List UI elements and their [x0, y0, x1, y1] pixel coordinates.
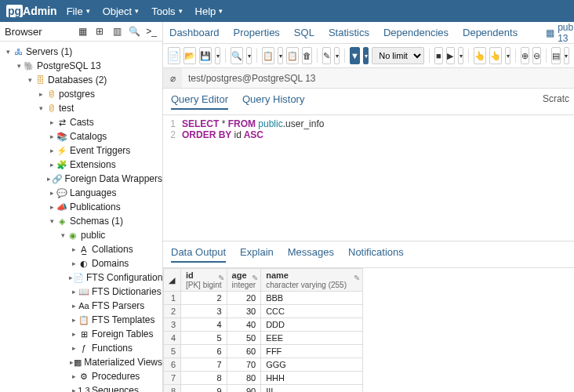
cell-age[interactable]: 30 [227, 305, 261, 318]
scratch-pad-label[interactable]: Scratc [543, 93, 569, 104]
table-row[interactable]: 4550EEE [164, 332, 363, 345]
find-button[interactable]: 🔍 [231, 47, 243, 64]
tab-dependents[interactable]: Dependents [463, 27, 518, 38]
commit-button[interactable]: ⊕ [521, 47, 529, 64]
cell-name[interactable]: CCC [261, 305, 363, 318]
cell-id[interactable]: 6 [181, 345, 227, 358]
tab-explain[interactable]: Explain [240, 246, 274, 263]
filter-dropdown[interactable]: ▾ [363, 47, 369, 64]
tab-dependencies[interactable]: Dependencies [383, 27, 449, 38]
tab-query-history[interactable]: Query History [242, 93, 304, 110]
cell-id[interactable]: 3 [181, 305, 227, 318]
table-row[interactable]: 3440DDD [164, 318, 363, 332]
cell-id[interactable]: 7 [181, 358, 227, 372]
pencil-icon[interactable]: ✎ [252, 274, 258, 282]
table-row[interactable]: 5660FFF [164, 345, 363, 358]
menu-object[interactable]: Object [103, 5, 140, 17]
row-number[interactable]: 4 [164, 332, 181, 345]
cell-name[interactable]: EEE [261, 332, 363, 345]
table-row[interactable]: 2330CCC [164, 305, 363, 318]
tab-properties[interactable]: Properties [234, 27, 280, 38]
tree-catalogs[interactable]: ▸📚Catalogs [0, 129, 162, 143]
cell-age[interactable]: 80 [227, 372, 261, 385]
macros-button[interactable]: ▤ [551, 47, 561, 64]
tree-foreign-tables[interactable]: ▸⊞Foreign Tables [0, 327, 162, 341]
tree-event-triggers[interactable]: ▸⚡Event Triggers [0, 143, 162, 158]
find-dropdown[interactable]: ▾ [246, 47, 252, 64]
tree-fts-templates[interactable]: ▸📋FTS Templates [0, 313, 162, 327]
macros-dropdown[interactable]: ▾ [564, 47, 569, 64]
col-header-age[interactable]: ageinteger✎ [227, 269, 261, 292]
cell-name[interactable]: FFF [261, 345, 363, 358]
tab-notifications[interactable]: Notifications [348, 246, 404, 263]
tree-sequences[interactable]: ▸1.3Sequences [0, 383, 162, 392]
tree-publications[interactable]: ▸📣Publications [0, 200, 162, 214]
tree-pg13[interactable]: ▾🐘PostgreSQL 13 [0, 59, 162, 73]
cell-age[interactable]: 70 [227, 358, 261, 372]
tree-fdw[interactable]: ▸🔗Foreign Data Wrappers [0, 172, 162, 186]
cell-age[interactable]: 90 [227, 385, 261, 393]
tree-casts[interactable]: ▸⇄Casts [0, 115, 162, 129]
browser-tool-sql-icon[interactable]: ⊞ [93, 25, 106, 38]
row-number[interactable]: 8 [164, 385, 181, 393]
filter-button[interactable]: ▼ [350, 47, 360, 64]
edit-button[interactable]: ✎ [322, 47, 331, 64]
cell-age[interactable]: 50 [227, 332, 261, 345]
tree-fts-dict[interactable]: ▸📖FTS Dictionaries [0, 285, 162, 299]
browser-tool-terminal-icon[interactable]: >_ [145, 25, 158, 38]
stop-button[interactable]: ■ [434, 47, 443, 64]
copy-dropdown[interactable]: ▾ [278, 47, 283, 64]
open-folder-button[interactable]: 📂 [183, 47, 196, 64]
browser-tool-properties-icon[interactable]: ▦ [76, 25, 89, 38]
cell-name[interactable]: DDD [261, 318, 363, 332]
open-file-button[interactable]: 📄 [168, 47, 180, 64]
tree-fts-conf[interactable]: ▸📄FTS Configurations [0, 270, 162, 285]
cell-name[interactable]: GGG [261, 358, 363, 372]
table-row[interactable]: 6770GGG [164, 358, 363, 372]
cell-id[interactable]: 2 [181, 292, 227, 305]
row-header-corner[interactable]: ◢ [164, 269, 181, 292]
cell-id[interactable]: 5 [181, 332, 227, 345]
result-grid[interactable]: ◢ id[PK] bigint✎ ageinteger✎ namecharact… [163, 268, 574, 392]
explain-analyze-button[interactable]: 👆 [489, 47, 502, 64]
row-number[interactable]: 7 [164, 372, 181, 385]
col-header-id[interactable]: id[PK] bigint✎ [181, 269, 227, 292]
menu-tools[interactable]: Tools [151, 5, 182, 17]
row-number[interactable]: 3 [164, 318, 181, 332]
tree-mat-views[interactable]: ▸▩Materialized Views [0, 355, 162, 369]
tree-public[interactable]: ▾◉public [0, 228, 162, 242]
cell-id[interactable]: 9 [181, 385, 227, 393]
explain-button[interactable]: 👆 [474, 47, 486, 64]
tree-db-test[interactable]: ▾🛢test [0, 101, 162, 115]
table-row[interactable]: 7880HHH [164, 372, 363, 385]
cell-age[interactable]: 40 [227, 318, 261, 332]
tree-extensions[interactable]: ▸🧩Extensions [0, 158, 162, 172]
table-row[interactable]: 1220BBB [164, 292, 363, 305]
cell-id[interactable]: 8 [181, 372, 227, 385]
rollback-button[interactable]: ⊖ [532, 47, 541, 64]
connection-text[interactable]: test/postgres@PostgreSQL 13 [182, 68, 574, 88]
pencil-icon[interactable]: ✎ [354, 274, 360, 282]
browser-tool-stats-icon[interactable]: ▥ [111, 25, 123, 38]
menu-file[interactable]: File [67, 5, 90, 17]
tree-languages[interactable]: ▸💬Languages [0, 186, 162, 200]
tree-db-postgres[interactable]: ▸🛢postgres [0, 87, 162, 101]
tab-dashboard[interactable]: Dashboard [169, 27, 220, 38]
edit-dropdown[interactable]: ▾ [334, 47, 340, 64]
tree-schemas[interactable]: ▾◈Schemas (1) [0, 214, 162, 228]
limit-select[interactable]: No limit [372, 47, 424, 64]
cell-age[interactable]: 20 [227, 292, 261, 305]
tree-domains[interactable]: ▸◐Domains [0, 256, 162, 270]
tab-messages[interactable]: Messages [288, 246, 334, 263]
tree-fts-parsers[interactable]: ▸AaFTS Parsers [0, 299, 162, 313]
cell-age[interactable]: 60 [227, 345, 261, 358]
tab-sql[interactable]: SQL [294, 27, 314, 38]
explain-dropdown[interactable]: ▾ [505, 47, 510, 64]
tree-functions[interactable]: ▸ƒFunctions [0, 341, 162, 355]
save-dropdown[interactable]: ▾ [215, 47, 220, 64]
cell-name[interactable]: III [261, 385, 363, 393]
tab-data-output[interactable]: Data Output [171, 246, 226, 263]
row-number[interactable]: 1 [164, 292, 181, 305]
tab-query-tool[interactable]: ▦public.user_info/test/postgres@PostgreS… [546, 22, 574, 44]
browser-tool-search-icon[interactable]: 🔍 [128, 25, 140, 38]
